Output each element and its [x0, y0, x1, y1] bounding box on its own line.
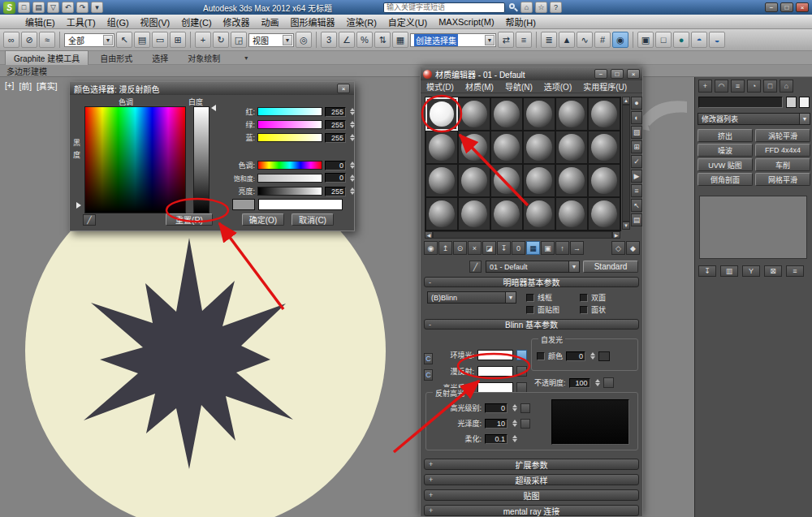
- modifier-button-turbosmooth[interactable]: 涡轮平滑: [755, 129, 810, 142]
- material-editor-minimize-button[interactable]: −: [594, 69, 607, 79]
- shader-type-dropdown[interactable]: (B)Blinn ▼: [427, 291, 516, 304]
- ribbon-panel-poly-modeling[interactable]: 多边形建模: [6, 65, 47, 77]
- pick-material-from-object-icon[interactable]: ╱: [469, 261, 482, 273]
- remove-modifier-icon[interactable]: ⊠: [764, 265, 782, 277]
- extended-params-rollout[interactable]: + 扩展参数: [424, 459, 639, 470]
- select-by-name-icon[interactable]: ▤: [134, 32, 150, 48]
- 3dsmax-logo[interactable]: S: [3, 2, 15, 14]
- render-iterative-icon[interactable]: ◓: [691, 32, 707, 48]
- whiteness-bar[interactable]: [193, 106, 209, 213]
- utilities-tab-icon[interactable]: ⌂: [780, 80, 793, 93]
- material-name-dropdown[interactable]: 01 - Default ▼: [486, 261, 580, 273]
- glossiness-spinner[interactable]: [512, 420, 517, 427]
- bind-to-space-warp-icon[interactable]: ≈: [39, 32, 55, 48]
- material-slot[interactable]: [588, 197, 620, 230]
- value-value[interactable]: 255: [325, 187, 346, 196]
- menu-edit[interactable]: 编辑(E): [19, 14, 61, 30]
- material-slot[interactable]: [523, 97, 555, 131]
- whiteness-marker-icon[interactable]: [211, 105, 216, 111]
- menu-tools[interactable]: 工具(T): [61, 14, 102, 30]
- ambient-color-swatch[interactable]: [477, 350, 513, 360]
- close-button[interactable]: ×: [796, 2, 809, 12]
- make-unique-icon[interactable]: Y: [742, 265, 760, 277]
- menu-group[interactable]: 组(G): [102, 14, 135, 30]
- ribbon-tab-selection[interactable]: 选择: [144, 51, 176, 65]
- select-and-rotate-icon[interactable]: ↻: [213, 32, 229, 48]
- select-and-link-icon[interactable]: ∞: [3, 32, 19, 48]
- menu-graph-editors[interactable]: 图形编辑器: [285, 14, 341, 30]
- select-and-move-icon[interactable]: +: [195, 32, 211, 48]
- blue-slider[interactable]: [257, 133, 322, 142]
- sample-uv-tiling-icon[interactable]: ⊞: [631, 140, 642, 153]
- ok-button[interactable]: 确定(O): [242, 213, 284, 226]
- modifier-button-noise[interactable]: 噪波: [698, 144, 753, 157]
- wire-checkbox[interactable]: [526, 294, 534, 302]
- edit-named-selection-sets-icon[interactable]: ▦: [392, 32, 408, 48]
- select-object-icon[interactable]: ↖: [116, 32, 132, 48]
- blue-spinner[interactable]: [350, 134, 355, 141]
- video-color-check-icon[interactable]: ✓: [631, 155, 642, 168]
- viewport-menu-plus[interactable]: [+]: [5, 81, 14, 90]
- menu-maxscript[interactable]: MAXScript(M): [433, 15, 499, 28]
- undo-icon[interactable]: ↶: [62, 2, 74, 13]
- named-selection-set-arrow-icon[interactable]: ▼: [485, 35, 495, 45]
- window-crossing-icon[interactable]: ⊞: [170, 32, 186, 48]
- modifier-button-bevel-profile[interactable]: 倒角剖面: [698, 173, 753, 186]
- assign-material-to-selection-icon[interactable]: ⊙: [453, 241, 467, 255]
- material-map-browser-icon[interactable]: ◆: [626, 241, 640, 255]
- maximize-button[interactable]: □: [780, 2, 793, 12]
- sample-background-icon[interactable]: ▨: [631, 126, 642, 139]
- material-slot[interactable]: [458, 97, 490, 131]
- modifier-list-dropdown[interactable]: 修改器列表 ▼: [698, 113, 810, 125]
- minimize-button[interactable]: −: [765, 2, 778, 12]
- ambient-lock-icon[interactable]: [516, 350, 527, 360]
- modifier-button-extrude[interactable]: 挤出: [698, 129, 753, 142]
- object-color-swatch[interactable]: [786, 97, 797, 108]
- me-menu-modes[interactable]: 模式(D): [421, 80, 460, 93]
- display-tab-icon[interactable]: □: [763, 80, 777, 93]
- slots-scroll-left-icon[interactable]: ◀: [425, 231, 433, 239]
- color-selector-title-bar[interactable]: 颜色选择器: 漫反射颜色 ×: [70, 82, 354, 95]
- search-input[interactable]: [383, 2, 505, 13]
- material-name-arrow-icon[interactable]: ▼: [568, 261, 579, 272]
- create-tab-icon[interactable]: +: [698, 80, 712, 93]
- ribbon-collapse-icon[interactable]: ▾: [244, 54, 248, 62]
- modifier-list-arrow-icon[interactable]: ▼: [799, 114, 810, 124]
- angle-snap-icon[interactable]: ∠: [339, 32, 355, 48]
- slots-vertical-scrollbar[interactable]: [622, 105, 630, 222]
- go-forward-to-sibling-icon[interactable]: →: [570, 241, 584, 255]
- shader-basic-params-rollout[interactable]: - 明暗器基本参数: [424, 277, 639, 287]
- reference-coordinate-dropdown[interactable]: 视图 ▼: [248, 33, 294, 47]
- ribbon-tab-object-paint[interactable]: 对象绘制: [179, 51, 228, 65]
- pin-stack-icon[interactable]: ↧: [698, 265, 716, 277]
- shader-type-arrow-icon[interactable]: ▼: [505, 292, 516, 303]
- new-scene-icon[interactable]: □: [18, 2, 30, 13]
- render-production-icon[interactable]: ●: [673, 32, 689, 48]
- slots-scroll-up-icon[interactable]: ▲: [622, 97, 630, 105]
- menu-help[interactable]: 帮助(H): [500, 14, 542, 30]
- mental-ray-connection-rollout[interactable]: + mental ray 连接: [424, 505, 639, 516]
- green-spinner[interactable]: [350, 121, 355, 128]
- faceted-checkbox[interactable]: [580, 306, 588, 314]
- material-id-channel-icon[interactable]: 0: [512, 241, 525, 255]
- red-spinner[interactable]: [350, 108, 355, 115]
- material-slot[interactable]: [490, 197, 523, 230]
- me-menu-material[interactable]: 材质(M): [460, 80, 499, 93]
- viewport-menu-shading[interactable]: [真实]: [37, 80, 58, 92]
- named-selection-set-dropdown[interactable]: 创建选择集 ▼: [410, 33, 496, 47]
- viewport-menu-view[interactable]: [前]: [19, 80, 32, 92]
- opacity-map-button[interactable]: [603, 377, 614, 388]
- material-slot[interactable]: [555, 197, 588, 230]
- snap-toggle-3d-icon[interactable]: 3: [321, 32, 337, 48]
- select-and-scale-icon[interactable]: ◲: [231, 32, 247, 48]
- ribbon-tab-freeform[interactable]: 自由形式: [92, 51, 140, 65]
- ribbon-tab-graphite[interactable]: Graphite 建模工具: [5, 50, 89, 65]
- glossiness-map-button[interactable]: [520, 419, 530, 429]
- cancel-button[interactable]: 取消(C): [292, 213, 334, 226]
- menu-animation[interactable]: 动画: [256, 14, 285, 30]
- color-dropper-icon[interactable]: ╱: [83, 214, 96, 226]
- put-material-to-scene-icon[interactable]: ↥: [438, 241, 452, 255]
- material-slot[interactable]: [588, 164, 620, 197]
- hue-slider[interactable]: [257, 161, 322, 170]
- me-menu-options[interactable]: 选项(O): [538, 80, 577, 93]
